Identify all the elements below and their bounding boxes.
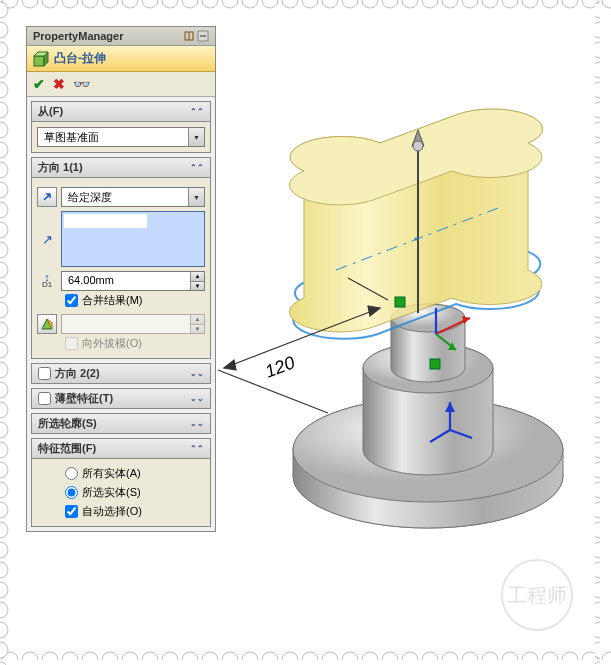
chevron-down-icon: ⌄⌄ — [190, 370, 204, 378]
spinner-up[interactable]: ▲ — [191, 272, 204, 282]
scope-all-radio[interactable] — [65, 467, 78, 480]
svg-rect-5 — [0, 649, 611, 665]
section-dir1-header[interactable]: 方向 1(1) ⌃⌃ — [31, 157, 211, 178]
feature-title-bar: 凸台-拉伸 — [27, 46, 215, 72]
spinner-down: ▼ — [191, 325, 204, 334]
pm-actions: ✔ ✖ 👓 — [27, 72, 215, 97]
svg-point-14 — [413, 141, 423, 151]
svg-rect-15 — [395, 297, 405, 307]
chevron-down-icon[interactable]: ▼ — [188, 188, 204, 206]
depth-icon: ↕D1 — [42, 273, 52, 288]
merge-result-checkbox[interactable] — [65, 294, 78, 307]
reverse-direction-button[interactable] — [37, 187, 57, 207]
spinner-down[interactable]: ▼ — [191, 282, 204, 291]
chevron-down-icon[interactable]: ▼ — [188, 128, 204, 146]
section-contour-label: 所选轮廓(S) — [38, 416, 97, 431]
pm-header: PropertyManager — [27, 27, 215, 46]
cancel-button[interactable]: ✖ — [53, 76, 65, 92]
svg-point-27 — [414, 237, 417, 240]
auto-select-label: 自动选择(O) — [82, 504, 142, 519]
svg-marker-30 — [224, 360, 236, 370]
section-from-body: 草图基准面 ▼ — [31, 122, 211, 153]
chevron-up-icon: ⌃⌃ — [190, 108, 204, 116]
section-scope-header[interactable]: 特征范围(F) ⌃⌃ — [31, 438, 211, 459]
chevron-down-icon: ⌄⌄ — [190, 420, 204, 428]
section-dir2-label: 方向 2(2) — [55, 366, 100, 381]
svg-rect-6 — [0, 0, 16, 665]
section-scope-body: 所有实体(A) 所选实体(S) 自动选择(O) — [31, 459, 211, 527]
svg-rect-16 — [430, 359, 440, 369]
chevron-down-icon: ⌄⌄ — [190, 395, 204, 403]
merge-result-label: 合并结果(M) — [82, 293, 143, 308]
scope-all-label: 所有实体(A) — [82, 466, 141, 481]
draft-button[interactable] — [37, 314, 57, 334]
pm-title: PropertyManager — [33, 30, 123, 42]
svg-rect-7 — [595, 0, 611, 665]
section-contour-header[interactable]: 所选轮廓(S) ⌄⌄ — [31, 413, 211, 434]
scope-selected-radio[interactable] — [65, 486, 78, 499]
svg-rect-4 — [0, 0, 611, 16]
chevron-up-icon: ⌃⌃ — [190, 445, 204, 453]
draft-outward-checkbox — [65, 337, 78, 350]
section-thin-header[interactable]: 薄壁特征(T) ⌄⌄ — [31, 388, 211, 409]
direction-reference-input[interactable] — [61, 211, 205, 267]
section-from-label: 从(F) — [38, 104, 63, 119]
dimension-value: 120 — [262, 352, 297, 381]
pin-icon[interactable] — [183, 30, 195, 42]
dir2-enable-checkbox[interactable] — [38, 367, 51, 380]
section-dir1-body: 给定深度 ▼ ↗ ↕D1 64.00mm — [31, 178, 211, 359]
chevron-up-icon: ⌃⌃ — [190, 164, 204, 172]
depth-spinner[interactable]: 64.00mm ▲ ▼ — [61, 271, 205, 291]
scope-selected-label: 所选实体(S) — [82, 485, 141, 500]
feature-title: 凸台-拉伸 — [54, 50, 106, 67]
section-scope-label: 特征范围(F) — [38, 441, 96, 456]
section-thin-label: 薄壁特征(T) — [55, 391, 113, 406]
draft-spinner: ▲ ▼ — [61, 314, 205, 334]
close-icon[interactable] — [197, 30, 209, 42]
from-dropdown[interactable]: 草图基准面 ▼ — [37, 127, 205, 147]
extrude-icon — [33, 51, 49, 67]
watermark: 工程师 — [501, 559, 573, 631]
svg-rect-36 — [34, 56, 44, 66]
section-from-header[interactable]: 从(F) ⌃⌃ — [31, 101, 211, 122]
end-condition-dropdown[interactable]: 给定深度 ▼ — [61, 187, 205, 207]
direction-vector-icon[interactable]: ↗ — [42, 232, 53, 247]
section-dir1-label: 方向 1(1) — [38, 160, 83, 175]
property-manager-panel: PropertyManager 凸台-拉伸 ✔ ✖ 👓 从(F) ⌃⌃ 草图基准… — [26, 26, 216, 532]
ok-button[interactable]: ✔ — [33, 76, 45, 92]
detail-preview-button[interactable]: 👓 — [73, 76, 90, 92]
section-dir2-header[interactable]: 方向 2(2) ⌄⌄ — [31, 363, 211, 384]
spinner-up: ▲ — [191, 315, 204, 325]
auto-select-checkbox[interactable] — [65, 505, 78, 518]
draft-outward-label: 向外拔模(O) — [82, 336, 142, 351]
thin-enable-checkbox[interactable] — [38, 392, 51, 405]
